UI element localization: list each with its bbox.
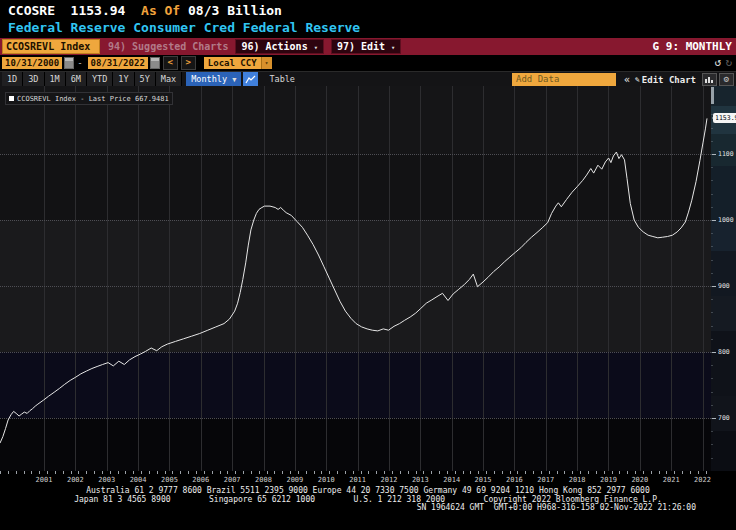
range-button-1d[interactable]: 1D (2, 72, 23, 87)
next-period-button[interactable]: > (181, 56, 196, 70)
x-tick-label: 2021 (663, 476, 680, 484)
table-view-button[interactable]: Table (269, 72, 295, 87)
price-line-path (0, 118, 707, 443)
ticker-summary: CCOSRE 1153.94 As Of 08/3 Billion (8, 3, 282, 18)
currency-select[interactable]: Local CCY (204, 57, 261, 69)
command-bar: CCOSREVL Index 94) Suggested Charts 96) … (0, 38, 736, 55)
calendar-icon[interactable] (64, 57, 74, 69)
x-tick-label: 2020 (631, 476, 648, 484)
period-select[interactable]: Monthly ▼ (186, 72, 241, 87)
range-button-5y[interactable]: 5Y (135, 72, 156, 87)
x-tick-label: 2002 (67, 476, 84, 484)
redo-icon[interactable]: ↻ (725, 56, 732, 69)
x-tick-label: 2010 (318, 476, 335, 484)
range-button-3d[interactable]: 3D (23, 72, 44, 87)
collapse-icon[interactable]: « (624, 74, 630, 85)
legend-label: CCOSREVL Index - Last Price 667.9481 (17, 95, 169, 103)
range-button-max[interactable]: Max (156, 72, 182, 87)
y-tick-label: 1000 (718, 217, 734, 224)
range-button-1m[interactable]: 1M (45, 72, 66, 87)
terminal-footer: Australia 61 2 9777 8600 Brazil 5511 239… (0, 487, 736, 513)
last-price-tag: 1153.9436 (713, 113, 736, 123)
x-tick-label: 2003 (98, 476, 115, 484)
bar-chart-icon (705, 76, 714, 83)
x-tick-label: 2011 (349, 476, 366, 484)
x-tick-label: 2009 (286, 476, 303, 484)
edit-menu-button[interactable]: 97) Edit ▾ (331, 39, 401, 54)
security-input[interactable]: CCOSREVL Index (2, 39, 100, 54)
y-tick-label: 700 (718, 415, 730, 422)
actions-menu-button[interactable]: 96) Actions ▾ (235, 39, 323, 54)
x-axis-ticks (0, 471, 711, 474)
x-tick-label: 2019 (600, 476, 617, 484)
bloomberg-terminal-window: CCOSRE 1153.94 As Of 08/3 Billion Federa… (0, 0, 736, 530)
undo-icon[interactable]: ↺ (715, 56, 722, 69)
chart-settings-button[interactable]: ⚙ (719, 73, 734, 86)
chevron-down-icon[interactable]: ▾ (261, 57, 272, 69)
x-tick-label: 2014 (443, 476, 460, 484)
scrollbar-thumb[interactable] (711, 87, 714, 104)
add-data-input[interactable]: Add Data (512, 73, 616, 86)
date-from-input[interactable]: 10/31/2000 (2, 57, 62, 69)
range-button-1y[interactable]: 1Y (113, 72, 134, 87)
x-tick-label: 2022 (694, 476, 711, 484)
chart-tools: « ✎ Edit Chart ⚙ (624, 72, 734, 87)
y-axis-panel: 1153.9436 70080090010001100 (711, 86, 736, 471)
ticker-price: CCOSRE 1153.94 (8, 3, 141, 18)
range-toolbar: 1D 3D 1M 6M YTD 1Y 5Y Max Monthly ▼ Tabl… (0, 71, 736, 87)
x-tick-label: 2018 (569, 476, 586, 484)
x-tick-label: 2001 (36, 476, 53, 484)
chart-type-button[interactable] (243, 72, 258, 87)
security-description: Federal Reserve Consumer Cred Federal Re… (8, 20, 360, 35)
chevron-down-icon: ▾ (314, 44, 318, 52)
chart-legend[interactable]: CCOSREVL Index - Last Price 667.9481 (5, 92, 173, 105)
x-tick-label: 2012 (381, 476, 398, 484)
x-tick-label: 2017 (537, 476, 554, 484)
line-chart-icon (245, 75, 256, 84)
x-tick-label: 2004 (130, 476, 147, 484)
range-button-ytd[interactable]: YTD (87, 72, 113, 87)
y-tick-label: 1100 (718, 151, 734, 158)
footer-session-info: SN 1964624 GMT GMT+0:00 H968-316-158 02-… (0, 504, 736, 513)
view-code-label: G 9: MONTHLY (653, 40, 732, 53)
as-of-label: As Of (141, 3, 180, 18)
x-tick-label: 2005 (161, 476, 178, 484)
x-tick-label: 2007 (224, 476, 241, 484)
x-tick-label: 2006 (192, 476, 209, 484)
prev-period-button[interactable]: < (163, 56, 178, 70)
x-tick-label: 2016 (506, 476, 523, 484)
legend-swatch (9, 96, 14, 101)
as-of-value: 08/3 Billion (180, 3, 282, 18)
pencil-icon: ✎ (635, 75, 640, 84)
date-toolbar: 10/31/2000 - 08/31/2022 < > Local CCY ▾ … (0, 55, 736, 71)
y-tick-label: 900 (718, 283, 730, 290)
date-range-separator: - (77, 58, 82, 68)
x-tick-label: 2013 (412, 476, 429, 484)
x-tick-label: 2008 (255, 476, 272, 484)
gear-icon: ⚙ (724, 74, 729, 85)
price-line (0, 86, 711, 471)
x-axis: 2001200220032004200520062007200820092010… (0, 471, 736, 487)
history-controls: ↺↻ (715, 56, 732, 69)
chart-studies-button[interactable] (702, 73, 717, 86)
suggested-charts-button[interactable]: 94) Suggested Charts (108, 41, 228, 52)
date-to-input[interactable]: 08/31/2022 (88, 57, 148, 69)
title-bar: CCOSRE 1153.94 As Of 08/3 Billion Federa… (0, 0, 736, 38)
range-button-6m[interactable]: 6M (66, 72, 87, 87)
plot-area[interactable]: CCOSREVL Index - Last Price 667.9481 (0, 86, 711, 472)
calendar-icon[interactable] (150, 57, 160, 69)
chart-region: CCOSREVL Index - Last Price 667.9481 115… (0, 86, 736, 471)
x-tick-label: 2015 (475, 476, 492, 484)
y-tick-label: 800 (718, 349, 730, 356)
chevron-down-icon: ▼ (232, 76, 236, 84)
edit-chart-button[interactable]: Edit Chart (642, 75, 696, 85)
chevron-down-icon: ▾ (391, 44, 395, 52)
